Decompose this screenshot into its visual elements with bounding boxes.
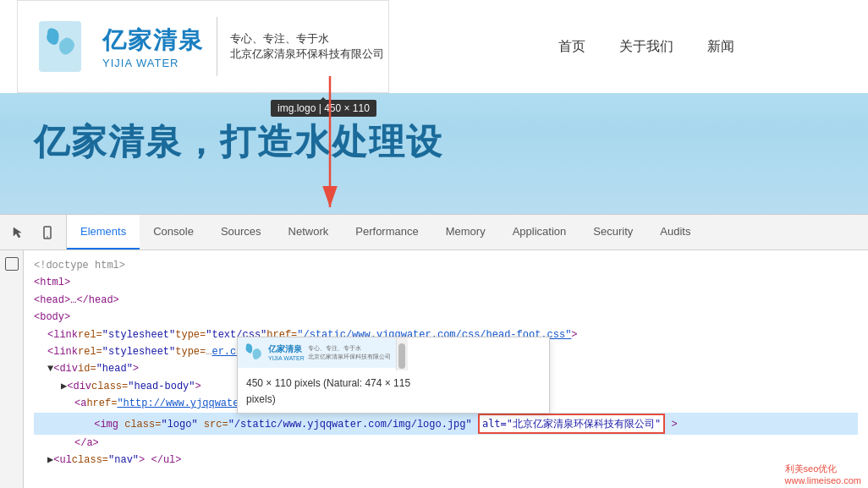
watermark-line1: 利美seo优化 [785, 463, 861, 475]
code-line-close-a: </a> [34, 435, 858, 452]
tab-memory[interactable]: Memory [432, 215, 499, 249]
devtools-toolbar: Elements Console Sources Network Perform… [0, 215, 868, 250]
logo-area: 亿家清泉 YIJIA WATER 专心、专注、专于水 北京亿家清泉环保科技有限公… [17, 0, 389, 93]
tagline2: 北京亿家清泉环保科技有限公司 [230, 47, 384, 62]
scrollbar-thumb [398, 343, 405, 369]
tab-network[interactable]: Network [275, 215, 343, 249]
tab-console[interactable]: Console [140, 215, 207, 249]
watermark-line2: www.limeiseo.com [785, 475, 861, 485]
logo-main-text: 亿家清泉 [102, 25, 204, 57]
tab-security[interactable]: Security [580, 215, 646, 249]
popup-scrollbar[interactable] [396, 337, 408, 370]
nav-about[interactable]: 关于我们 [619, 38, 673, 56]
code-line-head: <head>…</head> [34, 292, 858, 309]
tagline1: 专心、专注、专于水 [230, 31, 384, 47]
img-preview-popup: 亿家清泉 YIJIA WATER 专心、专注、专于水北京亿家清泉环保科技有限公司… [237, 337, 550, 414]
logo-en-text: YIJIA WATER [102, 57, 204, 69]
logo-subtitle: 专心、专注、专于水 北京亿家清泉环保科技有限公司 [230, 31, 384, 62]
nav-area: 首页 关于我们 新闻 [558, 38, 734, 56]
webpage-header: 亿家清泉 YIJIA WATER 专心、专注、专于水 北京亿家清泉环保科技有限公… [0, 0, 868, 93]
devtools-left-sidebar [0, 250, 24, 488]
logo-icon [26, 8, 94, 85]
elements-icon[interactable] [5, 257, 19, 271]
code-line-selected: <img class="logo" src="/static/www.yjqqw… [34, 413, 858, 435]
webpage-content: 亿家清泉，打造水处理设 [0, 93, 868, 191]
popup-inner: 亿家清泉 YIJIA WATER 专心、专注、专于水北京亿家清泉环保科技有限公司 [238, 337, 549, 370]
logo-text-area: 亿家清泉 YIJIA WATER [102, 25, 204, 69]
code-line-body: <body> [34, 309, 858, 326]
devtools-tabs: Elements Console Sources Network Perform… [67, 215, 868, 249]
tab-elements[interactable]: Elements [67, 215, 140, 249]
nav-home[interactable]: 首页 [558, 38, 585, 56]
img-tooltip: img.logo | 450 × 110 [271, 100, 376, 117]
webpage-area: 亿家清泉 YIJIA WATER 专心、专注、专于水 北京亿家清泉环保科技有限公… [0, 0, 868, 214]
code-line-doctype: <!doctype html> [34, 257, 858, 274]
nav-news[interactable]: 新闻 [707, 38, 734, 56]
tab-sources[interactable]: Sources [207, 215, 275, 249]
watermark: 利美seo优化 www.limeiseo.com [778, 460, 868, 488]
code-line-ul: ▶ <ul class="nav" > </ul> [34, 452, 858, 469]
devtools-icons [0, 215, 67, 249]
popup-logo-mini: 亿家清泉 YIJIA WATER 专心、专注、专于水北京亿家清泉环保科技有限公司 [238, 337, 396, 368]
mobile-icon-btn[interactable] [36, 221, 59, 244]
cursor-icon-btn[interactable] [7, 221, 30, 244]
attr-highlight: alt="北京亿家清泉环保科技有限公司" [478, 414, 665, 434]
logo-divider [217, 17, 217, 76]
webpage-main-title: 亿家清泉，打造水处理设 [34, 118, 834, 166]
svg-point-4 [47, 236, 48, 238]
tab-performance[interactable]: Performance [342, 215, 431, 249]
tab-application[interactable]: Application [499, 215, 580, 249]
tab-audits[interactable]: Audits [646, 215, 704, 249]
img-preview-text: 450 × 110 pixels (Natural: 474 × 115 pix… [238, 370, 549, 413]
code-line-html: <html> [34, 274, 858, 291]
